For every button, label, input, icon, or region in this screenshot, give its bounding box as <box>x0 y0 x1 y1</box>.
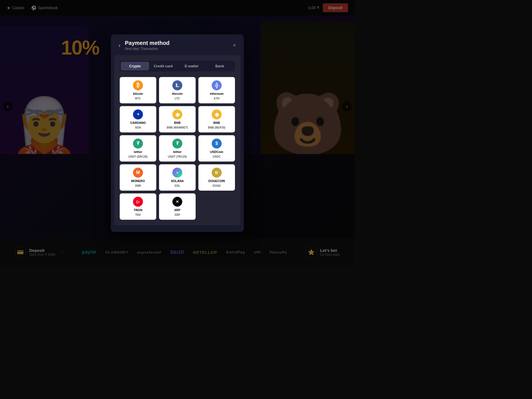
ltc-name: litecoin <box>172 92 183 95</box>
modal-subtitle: Next step: Transaction <box>125 47 229 51</box>
xrp-icon: ✕ <box>172 197 182 207</box>
bnb-mainnet-icon: ◆ <box>172 109 182 119</box>
trx-name: TRON <box>134 208 142 212</box>
doge-name: DOGECOIN <box>208 179 225 183</box>
modal-card: Crypto Credit card E-wallet Bank ₿ bitco… <box>114 55 241 225</box>
crypto-option-doge[interactable]: Ð DOGECOIN DOGE <box>198 164 235 191</box>
crypto-option-xmr[interactable]: M MONERO XMR <box>120 164 156 191</box>
usdc-icon: $ <box>212 139 222 149</box>
usdt-erc20-code: USDT (ERC20) <box>129 155 148 158</box>
xmr-name: MONERO <box>131 179 145 183</box>
crypto-option-trx[interactable]: ▷ TRON TRX <box>120 193 156 220</box>
bnb-bep20-icon: ◆ <box>212 109 222 119</box>
crypto-option-sol[interactable]: ≡ SOLANA SOL <box>159 164 196 191</box>
crypto-option-ada[interactable]: ✦ CARDANO ADA <box>120 106 156 132</box>
bnb-mainnet-name: BNB <box>174 121 181 124</box>
ada-icon: ✦ <box>133 109 143 119</box>
usdt-erc20-name: tether <box>134 150 142 154</box>
crypto-option-eth[interactable]: ⟠ ethereum ETH <box>198 77 235 103</box>
xmr-code: XMR <box>135 184 141 187</box>
doge-code: DOGE <box>213 184 221 187</box>
ada-name: CARDANO <box>130 121 146 124</box>
usdc-code: USDC <box>213 155 221 158</box>
crypto-option-bnb-mainnet[interactable]: ◆ BNB BNB (MAINNET) <box>159 106 196 132</box>
modal-overlay[interactable]: ‹ Payment method Next step: Transaction … <box>0 0 355 266</box>
crypto-option-usdt-trc20[interactable]: ₮ tether USDT (TRC20) <box>159 135 196 162</box>
bnb-bep20-code: BNB (BEP20) <box>208 126 226 129</box>
tab-crypto[interactable]: Crypto <box>121 62 149 70</box>
usdt-trc20-icon: ₮ <box>172 139 182 149</box>
crypto-grid: ₿ bitcoin BTC Ł litecoin LTC ⟠ ethereum … <box>120 77 235 220</box>
trx-code: TRX <box>135 213 141 216</box>
usdt-erc20-icon: ₮ <box>133 139 143 149</box>
tab-credit-card[interactable]: Credit card <box>149 62 177 70</box>
xmr-icon: M <box>133 168 143 178</box>
tab-e-wallet[interactable]: E-wallet <box>177 62 206 70</box>
modal-title-block: Payment method Next step: Transaction <box>125 40 229 51</box>
doge-icon: Ð <box>212 168 222 178</box>
payment-modal: ‹ Payment method Next step: Transaction … <box>111 34 244 232</box>
eth-code: ETH <box>214 97 219 100</box>
trx-icon: ▷ <box>133 197 143 207</box>
sol-code: SOL <box>175 184 180 187</box>
payment-tabs: Crypto Credit card E-wallet Bank <box>120 61 235 71</box>
tab-bank[interactable]: Bank <box>206 62 234 70</box>
crypto-option-usdt-erc20[interactable]: ₮ tether USDT (ERC20) <box>120 135 156 162</box>
usdt-trc20-code: USDT (TRC20) <box>168 155 187 158</box>
sol-icon: ≡ <box>172 168 182 178</box>
btc-name: bitcoin <box>133 92 143 95</box>
modal-header: ‹ Payment method Next step: Transaction … <box>111 34 244 55</box>
modal-title: Payment method <box>125 40 229 46</box>
ltc-code: LTC <box>175 97 180 100</box>
xrp-code: XRP <box>175 213 180 216</box>
back-button[interactable]: ‹ <box>117 41 122 50</box>
sol-name: SOLANA <box>171 179 184 183</box>
crypto-option-ltc[interactable]: Ł litecoin LTC <box>159 77 196 103</box>
crypto-option-xrp[interactable]: ✕ XRP XRP <box>159 193 196 220</box>
usdt-trc20-name: tether <box>173 150 182 154</box>
ada-code: ADA <box>135 126 141 129</box>
btc-code: BTC <box>135 97 141 100</box>
usdc-name: USDCoin <box>210 150 223 154</box>
crypto-option-bnb-bep20[interactable]: ◆ BNB BNB (BEP20) <box>198 106 235 132</box>
bnb-mainnet-code: BNB (MAINNET) <box>167 126 188 129</box>
xrp-name: XRP <box>174 208 181 212</box>
close-button[interactable]: × <box>232 41 237 50</box>
ltc-icon: Ł <box>172 80 182 90</box>
bnb-bep20-name: BNB <box>213 121 220 124</box>
crypto-option-usdc[interactable]: $ USDCoin USDC <box>198 135 235 162</box>
eth-name: ethereum <box>210 92 224 95</box>
eth-icon: ⟠ <box>212 80 222 90</box>
crypto-option-btc[interactable]: ₿ bitcoin BTC <box>120 77 156 103</box>
btc-icon: ₿ <box>133 80 143 90</box>
